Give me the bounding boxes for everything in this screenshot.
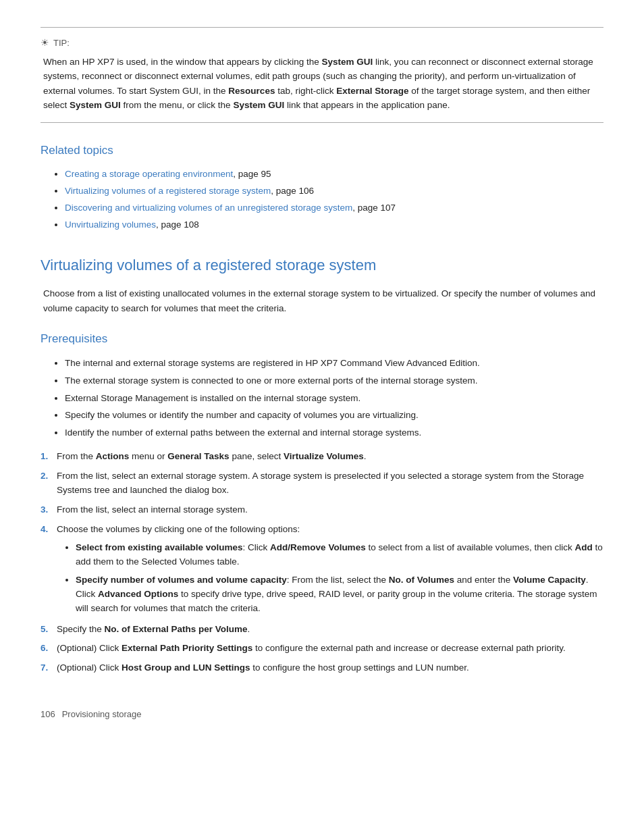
step-3-content: From the list, select an internal storag… [57,503,603,517]
footer-section-name: Provisioning storage [62,708,142,721]
related-link-4-suffix: , page 108 [156,219,199,230]
related-link-2-suffix: , page 106 [271,186,314,196]
list-item: Specify number of volumes and volume cap… [76,573,603,616]
tip-box: ☀ TIP: When an HP XP7 is used, in the wi… [41,27,603,123]
steps-list: 1. From the Actions menu or General Task… [41,450,603,675]
step-7-content: (Optional) Click Host Group and LUN Sett… [57,661,603,675]
tip-text: When an HP XP7 is used, in the window th… [41,55,603,113]
list-item: Specify the volumes or identify the numb… [65,409,603,423]
step-5: 5. Specify the No. of External Paths per… [41,623,603,637]
step-2-content: From the list, select an external storag… [57,469,603,498]
tip-label: ☀ TIP: [41,36,603,51]
list-item: Select from existing available volumes: … [76,541,603,569]
step-4-content: Choose the volumes by clicking one of th… [57,523,603,620]
list-item: Creating a storage operating environment… [65,167,603,182]
step-6-content: (Optional) Click External Path Priority … [57,642,603,656]
main-section: Virtualizing volumes of a registered sto… [41,254,603,675]
related-link-3[interactable]: Discovering and virtualizing volumes of … [65,203,352,213]
step-2: 2. From the list, select an external sto… [41,469,603,498]
list-item: External Storage Management is installed… [65,392,603,406]
related-link-4[interactable]: Unvirtualizing volumes [65,219,156,230]
step-7-number: 7. [41,661,51,675]
related-topics-heading: Related topics [41,142,603,159]
list-item: Identify the number of external paths be… [65,426,603,440]
related-link-1-suffix: , page 95 [233,169,271,179]
step-1-content: From the Actions menu or General Tasks p… [57,450,603,464]
step-1-number: 1. [41,450,51,464]
step-3-number: 3. [41,503,51,517]
list-item: The external storage system is connected… [65,374,603,388]
step-5-content: Specify the No. of External Paths per Vo… [57,623,603,637]
step-2-number: 2. [41,469,51,498]
related-link-2[interactable]: Virtualizing volumes of a registered sto… [65,186,271,196]
tip-icon: ☀ [41,36,49,51]
step-6: 6. (Optional) Click External Path Priori… [41,642,603,656]
related-link-3-suffix: , page 107 [352,203,396,213]
page-footer: 106 Provisioning storage [41,708,603,721]
list-item: Virtualizing volumes of a registered sto… [65,184,603,199]
tip-heading: TIP: [53,36,70,50]
step-6-number: 6. [41,642,51,656]
related-link-1[interactable]: Creating a storage operating environment [65,169,233,179]
step-4-number: 4. [41,523,51,620]
related-topics-list: Creating a storage operating environment… [41,167,603,232]
step-7: 7. (Optional) Click Host Group and LUN S… [41,661,603,675]
related-topics-section: Related topics Creating a storage operat… [41,142,603,232]
footer-page-number: 106 [41,708,55,721]
step-3: 3. From the list, select an internal sto… [41,503,603,517]
list-item: The internal and external storage system… [65,357,603,371]
intro-text: Choose from a list of existing unallocat… [41,286,603,315]
main-heading: Virtualizing volumes of a registered sto… [41,254,603,277]
step-1: 1. From the Actions menu or General Task… [41,450,603,464]
list-item: Discovering and virtualizing volumes of … [65,201,603,215]
step-4: 4. Choose the volumes by clicking one of… [41,523,603,620]
sub-options-list: Select from existing available volumes: … [57,541,603,616]
step-5-number: 5. [41,623,51,637]
prerequisites-list: The internal and external storage system… [41,357,603,441]
prerequisites-heading: Prerequisites [41,330,603,348]
list-item: Unvirtualizing volumes, page 108 [65,218,603,232]
